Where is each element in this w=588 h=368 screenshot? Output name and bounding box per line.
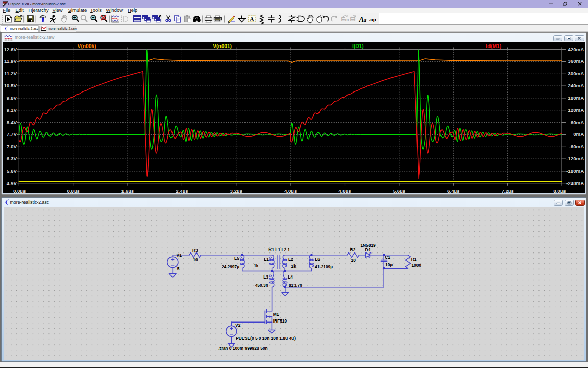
svg-text:M1: M1 — [273, 312, 279, 317]
svg-text:8.0µs: 8.0µs — [553, 188, 566, 193]
svg-text:.tran 0 100m 99992u 50n: .tran 0 100m 99992u 50n — [218, 346, 267, 351]
svg-text:420mA: 420mA — [568, 47, 584, 52]
svg-text:8.4V: 8.4V — [7, 120, 17, 125]
svg-text:R3: R3 — [192, 248, 198, 253]
svg-text:V2: V2 — [235, 323, 241, 328]
svg-text:4.9V: 4.9V — [7, 180, 17, 186]
svg-text:E: E — [352, 17, 356, 22]
svg-text:0mA: 0mA — [573, 131, 584, 137]
svg-text:300mA: 300mA — [568, 71, 584, 76]
svg-text:R2: R2 — [350, 247, 356, 252]
svg-text:0.0µs: 0.0µs — [13, 188, 26, 193]
svg-text:I(D1): I(D1) — [352, 43, 364, 49]
svg-text:-60mA: -60mA — [569, 144, 584, 149]
svg-text:6.4µs: 6.4µs — [447, 188, 459, 193]
svg-text:.op: .op — [369, 16, 376, 22]
svg-text:V(n005): V(n005) — [78, 43, 96, 49]
svg-text:V1: V1 — [177, 252, 182, 258]
svg-text:3.2µs: 3.2µs — [230, 188, 242, 193]
svg-text:41.2109µ: 41.2109µ — [315, 264, 333, 269]
svg-text:1k: 1k — [291, 264, 297, 269]
svg-text:1N5819: 1N5819 — [360, 243, 376, 248]
svg-text:5.6µs: 5.6µs — [393, 188, 405, 193]
svg-text:9.1V: 9.1V — [7, 107, 17, 113]
svg-text:-180mA: -180mA — [566, 168, 584, 174]
svg-text:813.7n: 813.7n — [289, 283, 302, 288]
svg-text:6.3V: 6.3V — [7, 156, 17, 162]
svg-text:2.4µs: 2.4µs — [176, 188, 188, 193]
svg-text:4.0µs: 4.0µs — [284, 188, 297, 193]
svg-text:10: 10 — [193, 257, 198, 262]
svg-text:1000: 1000 — [411, 263, 421, 268]
svg-text:7.0V: 7.0V — [7, 144, 17, 149]
svg-text:7.7V: 7.7V — [7, 131, 17, 137]
svg-text:D1: D1 — [365, 247, 371, 252]
svg-text:120mA: 120mA — [568, 107, 584, 113]
svg-text:360mA: 360mA — [568, 58, 584, 64]
svg-text:L2: L2 — [288, 257, 293, 262]
svg-text:11.9V: 11.9V — [4, 58, 17, 64]
svg-text:12.6V: 12.6V — [4, 47, 17, 52]
svg-text:A: A — [359, 16, 364, 24]
svg-text:Id(M1): Id(M1) — [486, 43, 501, 49]
svg-text:0.8µs: 0.8µs — [67, 188, 79, 193]
svg-text:5.6V: 5.6V — [7, 168, 17, 174]
svg-text:PULSE(0 5 0 10n 10n 1.8u 4u): PULSE(0 5 0 10n 10n 1.8u 4u) — [236, 336, 296, 341]
svg-text:a: a — [364, 17, 367, 23]
svg-text:240mA: 240mA — [568, 83, 584, 88]
svg-text:L3: L3 — [263, 274, 268, 280]
svg-text:10: 10 — [351, 258, 356, 263]
svg-text:C1: C1 — [385, 255, 390, 260]
svg-text:60mA: 60mA — [571, 120, 584, 125]
svg-text:9.8V: 9.8V — [7, 95, 17, 101]
svg-text:L5: L5 — [234, 256, 239, 261]
svg-text:L1: L1 — [264, 257, 269, 262]
svg-text:1.6µs: 1.6µs — [121, 188, 134, 193]
svg-text:V(n001): V(n001) — [213, 43, 232, 49]
svg-text:-120mA: -120mA — [566, 156, 584, 162]
svg-text:4.8µs: 4.8µs — [338, 188, 351, 193]
svg-text:m: m — [345, 17, 349, 22]
svg-text:5: 5 — [177, 266, 180, 271]
svg-text:IRF510: IRF510 — [273, 318, 287, 324]
svg-text:L4: L4 — [288, 274, 293, 280]
svg-text:-240mA: -240mA — [566, 180, 584, 186]
svg-text:1k: 1k — [254, 263, 259, 268]
svg-text:180mA: 180mA — [568, 95, 584, 101]
svg-text:10µ: 10µ — [385, 262, 393, 267]
svg-text:A: A — [250, 16, 254, 23]
svg-text:7.2µs: 7.2µs — [501, 188, 513, 193]
svg-text:K1 L1 L2 1: K1 L1 L2 1 — [268, 247, 290, 252]
svg-text:450.3n: 450.3n — [255, 283, 268, 288]
svg-text:24.2997µ: 24.2997µ — [222, 264, 239, 269]
svg-text:10.5V: 10.5V — [4, 83, 17, 88]
svg-text:L6: L6 — [315, 257, 320, 262]
svg-text:R1: R1 — [411, 257, 417, 262]
svg-text:11.2V: 11.2V — [4, 71, 17, 76]
